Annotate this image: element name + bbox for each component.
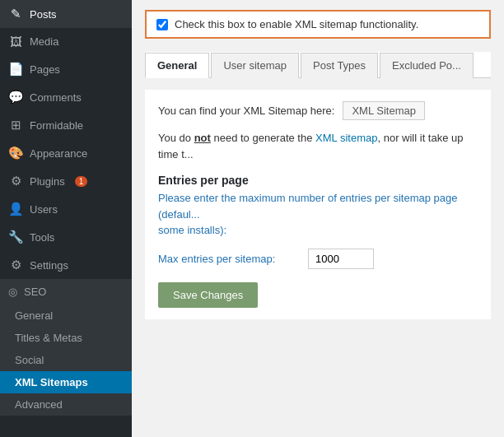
entries-section-desc: Please enter the maximum number of entri…	[158, 190, 478, 239]
sidebar-item-seo-xml-sitemaps[interactable]: XML Sitemaps	[0, 371, 132, 393]
save-changes-button[interactable]: Save Changes	[158, 282, 258, 308]
xml-sitemap-button[interactable]: XML Sitemap	[343, 101, 425, 120]
sidebar: ✎ Posts 🖼 Media 📄 Pages 💬 Comments ⊞ For…	[0, 0, 132, 437]
sidebar-item-tools[interactable]: 🔧 Tools	[0, 223, 132, 251]
sidebar-seo-header[interactable]: ◎ SEO	[0, 279, 132, 305]
pages-icon: 📄	[8, 62, 23, 77]
tab-excluded-posts[interactable]: Excluded Po...	[380, 53, 474, 78]
tab-user-sitemap[interactable]: User sitemap	[211, 53, 299, 78]
media-icon: 🖼	[8, 35, 23, 49]
info-text: You do not need to generate the XML site…	[158, 130, 478, 162]
sidebar-item-comments[interactable]: 💬 Comments	[0, 83, 132, 111]
main-content: Check this box to enable XML sitemap fun…	[132, 0, 504, 437]
notice-text: Check this box to enable XML sitemap fun…	[175, 18, 418, 30]
not-text: not	[194, 132, 211, 144]
seo-icon: ◎	[8, 286, 17, 298]
settings-icon: ⚙	[8, 258, 23, 272]
comments-icon: 💬	[8, 90, 23, 105]
tab-post-types[interactable]: Post Types	[301, 53, 378, 78]
sidebar-item-seo-advanced[interactable]: Advanced	[0, 393, 132, 416]
sidebar-item-media[interactable]: 🖼 Media	[0, 28, 132, 55]
formidable-icon: ⊞	[8, 118, 23, 132]
plugins-badge: 1	[75, 176, 88, 187]
enable-sitemap-checkbox[interactable]	[156, 19, 168, 30]
users-icon: 👤	[8, 202, 23, 216]
tools-icon: 🔧	[8, 230, 23, 244]
appearance-icon: 🎨	[8, 146, 23, 160]
sidebar-item-appearance[interactable]: 🎨 Appearance	[0, 139, 132, 167]
max-entries-label: Max entries per sitemap:	[158, 253, 298, 265]
tab-general[interactable]: General	[145, 53, 209, 78]
tab-content: You can find your XML Sitemap here: XML …	[145, 90, 491, 319]
tab-bar: General User sitemap Post Types Excluded…	[145, 52, 491, 78]
sidebar-item-users[interactable]: 👤 Users	[0, 195, 132, 223]
sidebar-item-seo-general[interactable]: General	[0, 305, 132, 327]
sidebar-item-pages[interactable]: 📄 Pages	[0, 55, 132, 83]
sidebar-item-seo-social[interactable]: Social	[0, 349, 132, 371]
enable-sitemap-notice: Check this box to enable XML sitemap fun…	[145, 10, 491, 39]
sidebar-item-settings[interactable]: ⚙ Settings	[0, 251, 132, 279]
xml-sitemap-text: XML sitemap	[315, 132, 377, 144]
max-entries-input[interactable]	[308, 249, 374, 269]
posts-icon: ✎	[8, 7, 23, 21]
sitemap-link-row: You can find your XML Sitemap here: XML …	[158, 101, 478, 120]
max-entries-row: Max entries per sitemap:	[158, 249, 478, 269]
entries-section-title: Entries per page	[158, 174, 478, 187]
plugins-icon: ⚙	[8, 174, 23, 188]
sidebar-item-posts[interactable]: ✎ Posts	[0, 0, 132, 28]
sitemap-link-label: You can find your XML Sitemap here:	[158, 105, 334, 117]
sidebar-item-plugins[interactable]: ⚙ Plugins 1	[0, 167, 132, 195]
sidebar-item-seo-titles-metas[interactable]: Titles & Metas	[0, 327, 132, 349]
sidebar-item-formidable[interactable]: ⊞ Formidable	[0, 111, 132, 139]
